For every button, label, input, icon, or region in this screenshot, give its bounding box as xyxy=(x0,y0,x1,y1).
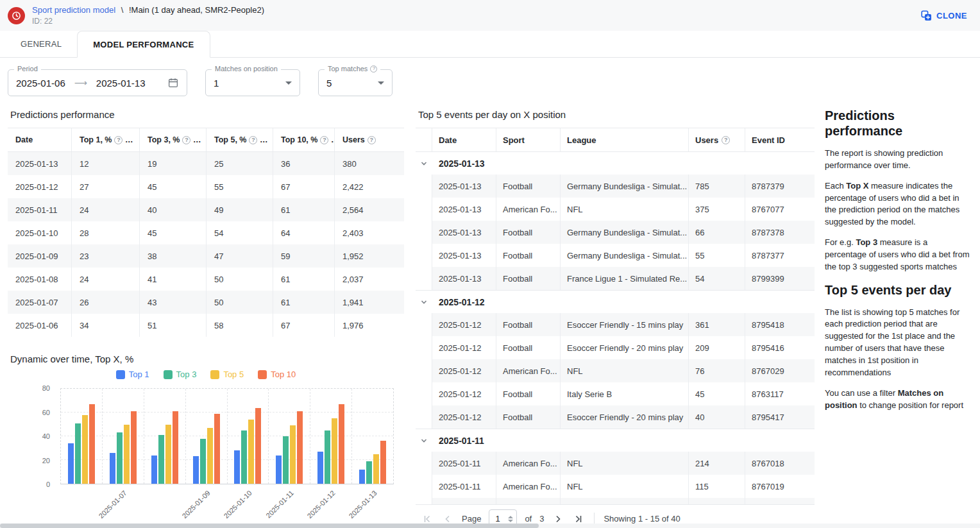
bar xyxy=(110,453,115,484)
page-number-input[interactable] xyxy=(495,514,507,524)
clone-label: CLONE xyxy=(936,11,967,21)
clone-button[interactable]: CLONE xyxy=(921,10,967,21)
help-icon[interactable]: ? xyxy=(114,136,122,144)
group-header[interactable]: 2025-01-12 xyxy=(416,290,815,313)
event-id-cell: 8799399 xyxy=(745,267,815,290)
legend-item[interactable]: Top 1 xyxy=(116,370,149,379)
help-icon[interactable]: ? xyxy=(370,65,377,72)
horizontal-scrollbar[interactable] xyxy=(0,524,980,528)
group-header[interactable]: 2025-01-11 xyxy=(416,429,815,452)
column-header: Top 3, %?... xyxy=(140,128,207,151)
users-cell: 375 xyxy=(689,198,745,221)
calendar-icon[interactable] xyxy=(167,77,179,89)
info-paragraph: The list is showing top 5 matches for ea… xyxy=(825,307,970,379)
x-axis-label: 2025-01-09 xyxy=(181,489,212,520)
value-cell: 41 xyxy=(140,268,207,291)
value-cell: 1,952 xyxy=(335,244,404,268)
breadcrumb-separator: \ xyxy=(121,5,124,15)
text: The list is showing top 5 matches for ea… xyxy=(825,307,959,377)
x-axis-slot: 2025-01-11 xyxy=(269,484,310,522)
arrow-right-icon: ⟶ xyxy=(74,78,87,88)
chart-title: Dynamic over time, Top X, % xyxy=(10,353,404,364)
users-cell: 55 xyxy=(689,244,745,267)
showing-range: Showing 1 - 15 of 40 xyxy=(604,514,680,524)
legend-label: Top 10 xyxy=(271,370,296,379)
value-cell: 2,037 xyxy=(335,268,404,291)
date-cell: 2025-01-13 xyxy=(432,175,496,198)
date-cell: 2025-01-11 xyxy=(432,452,496,475)
users-cell: 214 xyxy=(689,452,745,475)
value-cell: 34 xyxy=(72,314,140,337)
bar-group xyxy=(310,389,352,484)
tab-general[interactable]: GENERAL xyxy=(5,31,77,57)
date-cell: 2025-01-10 xyxy=(8,221,72,244)
events-table-title: Top 5 events per day on X position xyxy=(418,109,815,120)
event-row: 2025-01-13FootballGermany Bundesliga - S… xyxy=(416,221,815,244)
help-icon[interactable]: ? xyxy=(182,136,190,144)
event-id-cell: 8767018 xyxy=(745,452,815,475)
chevron-cell xyxy=(416,429,432,452)
bar xyxy=(165,425,171,484)
chart-plot xyxy=(60,388,394,484)
value-cell: 23 xyxy=(72,244,140,268)
top-matches-select[interactable]: Top matches ? 5 xyxy=(318,69,393,96)
bold-text: Top 3 xyxy=(856,237,877,247)
stepper-down-icon[interactable] xyxy=(508,520,513,522)
value-cell: 61 xyxy=(273,291,335,314)
page-stepper[interactable] xyxy=(508,516,513,522)
value-cell: 58 xyxy=(207,314,273,337)
bold-text: Top X xyxy=(846,181,868,191)
group-header[interactable]: 2025-01-13 xyxy=(416,151,815,175)
sport-cell: Football xyxy=(496,175,561,198)
help-icon[interactable]: ? xyxy=(722,136,730,144)
users-cell: 115 xyxy=(689,475,745,498)
legend-item[interactable]: Top 3 xyxy=(164,370,197,379)
info-paragraph: You can use a filter Matches on position… xyxy=(825,387,970,412)
value-cell: 24 xyxy=(72,198,140,221)
help-icon[interactable]: ? xyxy=(320,136,328,144)
league-cell xyxy=(561,498,689,504)
stepper-up-icon[interactable] xyxy=(508,516,513,518)
date-cell: 2025-01-12 xyxy=(8,175,72,198)
column-header-label: Date xyxy=(15,135,33,144)
legend-item[interactable]: Top 10 xyxy=(258,370,296,379)
scrollbar-thumb[interactable] xyxy=(0,524,539,528)
users-cell: 54 xyxy=(689,267,745,290)
column-header: League xyxy=(561,128,689,151)
tab-model-performance[interactable]: MODEL PERFORMANCE xyxy=(77,31,210,58)
column-header: Users? xyxy=(689,128,745,151)
help-icon[interactable]: ? xyxy=(368,136,376,144)
sport-cell: Football xyxy=(496,382,561,405)
x-axis-label: 2025-01-11 xyxy=(264,489,295,520)
date-cell: 2025-01-11 xyxy=(8,198,72,221)
event-row: 2025-01-13FootballFrance Ligue 1 - Simul… xyxy=(416,267,815,290)
date-cell: 2025-01-07 xyxy=(8,291,72,314)
legend-item[interactable]: Top 5 xyxy=(210,370,244,379)
period-date-range-field[interactable]: Period 2025-01-06 ⟶ 2025-01-13 xyxy=(8,69,187,96)
truncation-ellipsis: ... xyxy=(125,135,133,144)
value-cell: 43 xyxy=(140,291,207,314)
value-cell: 47 xyxy=(207,244,273,268)
event-row: 2025-01-12American Fo...NFL768767029 xyxy=(416,359,815,382)
breadcrumb-link[interactable]: Sport prediction model xyxy=(32,5,115,15)
value-cell: 24 xyxy=(72,268,140,291)
users-cell: 785 xyxy=(689,175,745,198)
bar xyxy=(366,461,372,484)
event-row: 2025-01-12FootballItaly Serie B458763117 xyxy=(416,382,815,405)
model-id: ID: 22 xyxy=(32,17,264,26)
matches-on-position-select[interactable]: Matches on position 1 xyxy=(205,69,300,96)
group-date: 2025-01-13 xyxy=(432,158,485,169)
info-section-heading: Predictions performance xyxy=(825,108,970,139)
period-to-value: 2025-01-13 xyxy=(96,78,146,89)
gutter-cell xyxy=(416,359,432,382)
event-id-cell: 8767077 xyxy=(745,198,815,221)
main-content: Predictions performance DateTop 1, %?...… xyxy=(0,99,980,528)
date-cell: 2025-01-09 xyxy=(8,244,72,268)
topbar: Sport prediction model \ !Main (1 day ah… xyxy=(0,0,980,31)
date-cell: 2025-01-12 xyxy=(432,405,496,429)
column-header: Sport xyxy=(496,128,561,151)
of-label: of xyxy=(525,514,532,524)
chart-y-axis: 020406080 xyxy=(31,388,55,484)
help-icon[interactable]: ? xyxy=(249,136,257,144)
bar xyxy=(200,439,206,484)
